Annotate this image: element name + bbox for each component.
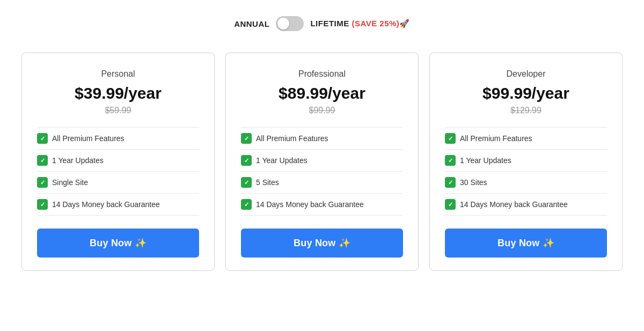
list-item: ✓Single Site <box>37 172 199 194</box>
plan-name-developer: Developer <box>445 69 607 79</box>
plan-original-price-professional: $99.99 <box>241 106 403 115</box>
check-icon: ✓ <box>241 199 252 210</box>
check-icon: ✓ <box>241 133 252 144</box>
feature-text: 14 Days Money back Guarantee <box>52 200 160 209</box>
features-list-personal: ✓All Premium Features✓1 Year Updates✓Sin… <box>37 127 199 216</box>
check-icon: ✓ <box>37 177 48 188</box>
annual-label: ANNUAL <box>234 19 269 28</box>
list-item: ✓1 Year Updates <box>37 150 199 172</box>
check-icon: ✓ <box>37 133 48 144</box>
check-icon: ✓ <box>241 155 252 166</box>
list-item: ✓1 Year Updates <box>241 150 403 172</box>
list-item: ✓All Premium Features <box>445 127 607 150</box>
list-item: ✓1 Year Updates <box>445 150 607 172</box>
toggle-thumb <box>277 18 289 30</box>
lifetime-label: LIFETIME (SAVE 25%)🚀 <box>310 19 409 28</box>
check-icon: ✓ <box>241 177 252 188</box>
feature-text: 1 Year Updates <box>460 156 511 165</box>
plan-original-price-developer: $129.99 <box>445 106 607 115</box>
save-badge: (SAVE 25%)🚀 <box>352 19 409 28</box>
feature-text: 5 Sites <box>256 178 279 187</box>
check-icon: ✓ <box>445 177 456 188</box>
list-item: ✓30 Sites <box>445 172 607 194</box>
feature-text: 1 Year Updates <box>52 156 104 165</box>
list-item: ✓14 Days Money back Guarantee <box>445 194 607 216</box>
list-item: ✓14 Days Money back Guarantee <box>241 194 403 216</box>
check-icon: ✓ <box>37 155 48 166</box>
feature-text: All Premium Features <box>52 134 125 143</box>
pricing-card-developer: Developer$99.99/year$129.99✓All Premium … <box>429 53 623 271</box>
check-icon: ✓ <box>445 155 456 166</box>
plan-price-professional: $89.99/year <box>241 84 403 102</box>
feature-text: 30 Sites <box>460 178 487 187</box>
feature-text: All Premium Features <box>460 134 532 143</box>
list-item: ✓14 Days Money back Guarantee <box>37 194 199 216</box>
buy-button-developer[interactable]: Buy Now ✨ <box>445 229 607 258</box>
feature-text: 14 Days Money back Guarantee <box>256 200 364 209</box>
check-icon: ✓ <box>445 133 456 144</box>
list-item: ✓All Premium Features <box>241 127 403 150</box>
plan-price-developer: $99.99/year <box>445 84 607 102</box>
features-list-professional: ✓All Premium Features✓1 Year Updates✓5 S… <box>241 127 403 216</box>
plan-name-personal: Personal <box>37 69 199 79</box>
plan-name-professional: Professional <box>241 69 403 79</box>
pricing-card-professional: Professional$89.99/year$99.99✓All Premiu… <box>225 53 419 271</box>
list-item: ✓All Premium Features <box>37 127 199 150</box>
buy-button-professional[interactable]: Buy Now ✨ <box>241 229 403 258</box>
check-icon: ✓ <box>37 199 48 210</box>
plan-price-personal: $39.99/year <box>37 84 199 102</box>
plan-original-price-personal: $59.99 <box>37 106 199 115</box>
feature-text: Single Site <box>52 178 88 187</box>
pricing-card-personal: Personal$39.99/year$59.99✓All Premium Fe… <box>21 53 215 271</box>
feature-text: All Premium Features <box>256 134 328 143</box>
billing-toggle[interactable] <box>276 16 304 31</box>
buy-button-personal[interactable]: Buy Now ✨ <box>37 229 199 258</box>
check-icon: ✓ <box>445 199 456 210</box>
pricing-cards: Personal$39.99/year$59.99✓All Premium Fe… <box>16 53 628 271</box>
feature-text: 1 Year Updates <box>256 156 308 165</box>
list-item: ✓5 Sites <box>241 172 403 194</box>
features-list-developer: ✓All Premium Features✓1 Year Updates✓30 … <box>445 127 607 216</box>
feature-text: 14 Days Money back Guarantee <box>460 200 568 209</box>
billing-toggle-section: ANNUAL LIFETIME (SAVE 25%)🚀 <box>234 16 410 31</box>
